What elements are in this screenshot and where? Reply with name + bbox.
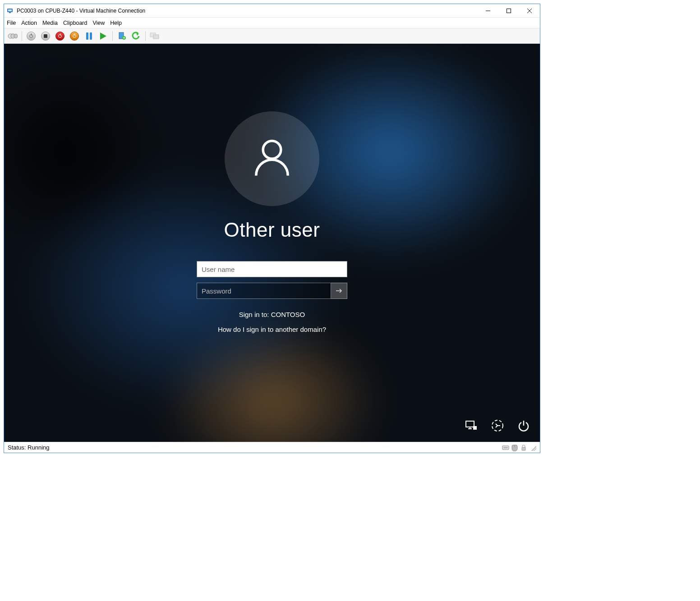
menu-clipboard[interactable]: Clipboard	[63, 20, 88, 26]
enhanced-session-button[interactable]	[148, 30, 161, 42]
app-icon	[7, 7, 14, 14]
network-icon[interactable]	[464, 420, 478, 433]
revert-button[interactable]	[129, 30, 143, 42]
shut-down-button[interactable]	[53, 30, 67, 42]
svg-rect-13	[153, 35, 159, 39]
lock-status-icon	[520, 444, 527, 451]
menu-help[interactable]: Help	[110, 20, 122, 26]
keyboard-status-icon	[502, 444, 509, 451]
submit-button[interactable]	[331, 283, 347, 299]
titlebar: PC0003 on CPUB-Z440 - Virtual Machine Co…	[4, 4, 540, 18]
svg-rect-27	[522, 447, 525, 450]
ctrl-alt-del-button[interactable]	[6, 30, 19, 42]
svg-rect-23	[502, 446, 509, 450]
toolbar-separator	[145, 31, 146, 41]
svg-rect-19	[473, 426, 477, 430]
svg-point-14	[263, 141, 281, 159]
pause-button[interactable]	[82, 30, 96, 42]
other-domain-link[interactable]: How do I sign in to another domain?	[218, 326, 326, 333]
reset-button[interactable]	[97, 30, 110, 42]
maximize-button[interactable]	[498, 4, 519, 18]
menu-view[interactable]: View	[92, 20, 105, 26]
menu-file[interactable]: File	[7, 20, 16, 26]
person-icon	[247, 134, 297, 184]
toolbar	[4, 28, 540, 44]
play-icon	[100, 32, 106, 40]
password-input[interactable]	[197, 283, 331, 299]
svg-rect-2	[9, 12, 11, 13]
arrow-right-icon	[335, 287, 343, 295]
user-avatar	[225, 111, 319, 206]
statusbar: Status: Running	[4, 442, 540, 453]
power-icon[interactable]	[517, 419, 530, 434]
svg-point-9	[14, 34, 18, 38]
menubar: File Action Media Clipboard View Help	[4, 18, 540, 28]
turn-off-button[interactable]	[39, 30, 52, 42]
login-panel: Other user Sign in to: CONTOSO How do I …	[4, 44, 540, 442]
vm-viewport[interactable]: Other user Sign in to: CONTOSO How do I …	[4, 44, 540, 442]
close-button[interactable]	[519, 4, 540, 18]
username-input[interactable]	[197, 261, 347, 277]
toolbar-separator	[22, 31, 22, 41]
ease-of-access-icon[interactable]	[491, 419, 504, 434]
mouse-status-icon	[511, 444, 518, 451]
save-button[interactable]	[68, 30, 81, 42]
svg-rect-4	[507, 9, 511, 13]
menu-action[interactable]: Action	[21, 20, 37, 26]
checkpoint-button[interactable]	[115, 30, 129, 42]
vm-connection-window: PC0003 on CPUB-Z440 - Virtual Machine Co…	[4, 4, 540, 453]
resize-grip[interactable]	[530, 445, 536, 451]
minimize-button[interactable]	[478, 4, 498, 18]
user-label: Other user	[224, 219, 320, 241]
toolbar-separator	[112, 31, 113, 41]
signin-to-text: Sign in to: CONTOSO	[239, 311, 305, 318]
accessibility-panel	[464, 419, 530, 434]
start-button-disabled[interactable]	[24, 30, 38, 42]
svg-rect-1	[8, 9, 12, 11]
svg-rect-16	[466, 421, 474, 427]
status-text: Status: Running	[8, 444, 50, 451]
window-title: PC0003 on CPUB-Z440 - Virtual Machine Co…	[17, 8, 145, 14]
pause-icon	[86, 32, 92, 40]
status-icons	[502, 444, 527, 451]
menu-media[interactable]: Media	[42, 20, 58, 26]
